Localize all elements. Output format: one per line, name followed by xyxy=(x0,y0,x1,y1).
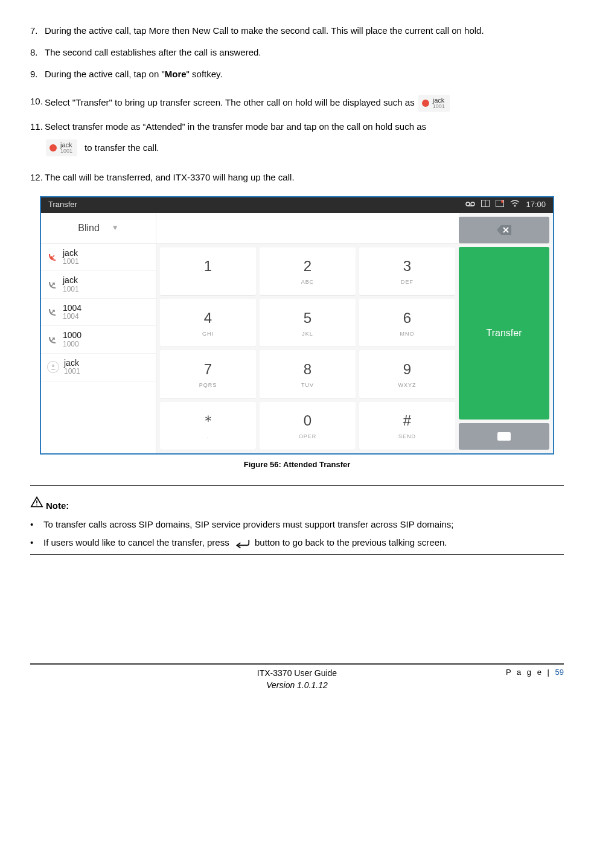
keyboard-icon xyxy=(497,432,511,441)
step-text: During the active call, tap on "More" so… xyxy=(45,68,564,81)
text-part: During the active call, tap on " xyxy=(45,69,165,79)
transfer-label: Transfer xyxy=(487,326,522,340)
keypad-key[interactable]: 1 xyxy=(160,247,256,295)
key-digit: 9 xyxy=(403,359,411,380)
dial-input[interactable] xyxy=(156,213,459,244)
key-digit: 6 xyxy=(403,308,411,329)
key-sub xyxy=(207,278,209,286)
status-bar: Transfer 17:00 xyxy=(41,197,553,213)
step-number: 10. xyxy=(30,95,45,112)
keypad-key[interactable]: 0OPER xyxy=(260,402,356,450)
notification-dot-icon xyxy=(496,199,504,211)
key-sub: MNO xyxy=(400,330,415,338)
figure-caption: Figure 56: Attended Transfer xyxy=(30,459,564,471)
key-digit: 1 xyxy=(204,256,212,277)
keypad-key[interactable]: 6MNO xyxy=(359,299,455,346)
step-number: 11. xyxy=(30,120,45,156)
key-digit: 3 xyxy=(403,256,411,277)
call-list-item[interactable]: 10041004 xyxy=(41,299,156,327)
call-list-item[interactable]: jack1001 xyxy=(41,271,156,299)
clock-time: 17:00 xyxy=(526,199,546,211)
keypad-key[interactable]: 2ABC xyxy=(260,247,356,295)
backspace-button[interactable] xyxy=(459,217,549,243)
step-number: 9. xyxy=(30,68,45,81)
keypad-key[interactable]: 9WXYZ xyxy=(359,350,455,398)
text-bold: More xyxy=(165,69,187,79)
wifi-icon xyxy=(510,199,520,211)
keyboard-toggle-button[interactable] xyxy=(459,423,549,450)
status-icons: 17:00 xyxy=(465,199,546,211)
call-name: jack xyxy=(63,276,79,285)
contact-avatar-icon xyxy=(47,361,59,373)
bullet-icon: • xyxy=(30,518,43,531)
call-name: 1000 xyxy=(63,331,81,340)
svg-point-1 xyxy=(471,202,474,206)
key-sub: JKL xyxy=(302,330,313,338)
step-12: 12. The call will be transferred, and IT… xyxy=(30,171,564,184)
call-ext: 1004 xyxy=(63,313,81,321)
svg-point-7 xyxy=(514,205,516,207)
svg-point-0 xyxy=(466,202,470,206)
call-list-item[interactable]: jack1001 xyxy=(41,244,156,272)
step-9: 9. During the active call, tap on "More"… xyxy=(30,68,564,81)
note-bullet-1: • To transfer calls across SIP domains, … xyxy=(30,518,564,531)
mode-label: Blind xyxy=(78,221,100,235)
screen-title: Transfer xyxy=(48,199,77,211)
step-text: Select "Transfer" to bring up transfer s… xyxy=(45,95,564,112)
warning-icon xyxy=(30,496,43,512)
footer-rule xyxy=(30,663,564,665)
call-ext: 1001 xyxy=(63,258,79,266)
svg-point-8 xyxy=(52,365,54,367)
outgoing-call-icon xyxy=(47,307,58,318)
text-part: Select transfer mode as “Attended” in th… xyxy=(45,120,564,133)
step-11: 11. Select transfer mode as “Attended” i… xyxy=(30,120,564,156)
action-panel: Transfer xyxy=(459,213,553,453)
outgoing-call-icon xyxy=(47,279,58,290)
figure-screenshot: Transfer 17:00 Blind xyxy=(40,196,554,455)
divider xyxy=(30,554,564,555)
step-8: 8. The second call establishes after the… xyxy=(30,46,564,59)
call-history-list: jack1001jack10011004100410001000jack1001 xyxy=(41,244,156,381)
bullet-icon: • xyxy=(30,536,43,549)
key-sub: OPER xyxy=(299,433,317,441)
step-text: The second call establishes after the ca… xyxy=(45,46,564,59)
footer-center: ITX-3370 User Guide Version 1.0.1.12 xyxy=(30,667,564,691)
footer-version: Version 1.0.1.12 xyxy=(30,679,564,691)
keypad-key[interactable]: 8TUV xyxy=(260,350,356,398)
step-text: During the active call, tap More then Ne… xyxy=(45,24,564,37)
transfer-button[interactable]: Transfer xyxy=(459,247,549,420)
key-sub: PQRS xyxy=(199,381,217,389)
key-sub: . xyxy=(207,433,209,441)
keypad-key[interactable]: 7PQRS xyxy=(160,350,256,398)
note-label: Note: xyxy=(46,499,69,512)
key-sub: GHI xyxy=(202,330,214,338)
back-icon xyxy=(234,538,250,549)
text-part: If users would like to cancel the transf… xyxy=(43,537,229,547)
key-sub: SEND xyxy=(398,433,416,441)
key-digit: 8 xyxy=(304,359,311,380)
call-list-item[interactable]: 10001000 xyxy=(41,326,156,354)
key-digit: 2 xyxy=(304,256,311,277)
key-digit: 0 xyxy=(304,410,311,432)
text-part: " softkey. xyxy=(187,69,223,79)
key-digit: 5 xyxy=(304,308,311,329)
key-sub: DEF xyxy=(401,278,414,286)
call-ext: 1000 xyxy=(63,340,81,348)
keypad-key[interactable]: ＊. xyxy=(160,402,256,450)
key-digit: ＊ xyxy=(201,410,216,432)
chevron-down-icon: ▼ xyxy=(112,223,119,233)
key-digit: 7 xyxy=(204,359,212,380)
keypad-key[interactable]: 3DEF xyxy=(359,247,455,295)
text-part: button to go back to the previous talkin… xyxy=(255,537,447,547)
transfer-left-panel: Blind ▼ jack1001jack10011004100410001000… xyxy=(41,213,156,453)
step-number: 12. xyxy=(30,171,45,184)
incoming-call-icon xyxy=(47,252,58,263)
key-sub: TUV xyxy=(301,381,314,389)
transfer-mode-selector[interactable]: Blind ▼ xyxy=(41,213,156,244)
keypad-key[interactable]: #SEND xyxy=(359,402,455,450)
device-screenshot: Transfer 17:00 Blind xyxy=(40,196,554,455)
call-list-item[interactable]: jack1001 xyxy=(41,354,156,381)
keypad-key[interactable]: 5JKL xyxy=(260,299,356,346)
keypad-key[interactable]: 4GHI xyxy=(160,299,256,346)
dialer-panel: 1 2ABC3DEF4GHI5JKL6MNO7PQRS8TUV9WXYZ＊.0O… xyxy=(156,213,459,453)
